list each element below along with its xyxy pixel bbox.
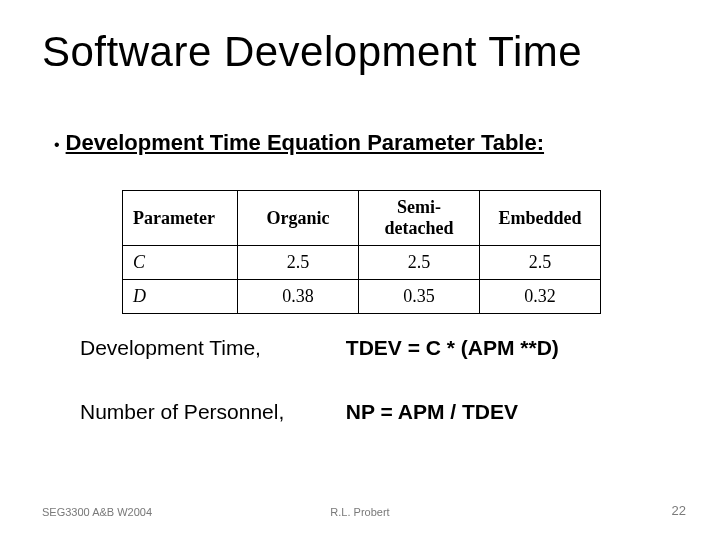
cell-c-embedded: 2.5: [479, 246, 600, 280]
bullet-line: •Development Time Equation Parameter Tab…: [54, 130, 544, 156]
footer-center: R.L. Probert: [0, 506, 720, 518]
bullet-dot: •: [54, 136, 60, 154]
slide-title: Software Development Time: [42, 28, 582, 76]
header-semidetached: Semi-detached: [358, 191, 479, 246]
table-row: D 0.38 0.35 0.32: [123, 280, 601, 314]
row-label-c: C: [123, 246, 238, 280]
bullet-text: Development Time Equation Parameter Tabl…: [66, 130, 544, 155]
equation-np: Number of Personnel, NP = APM / TDEV: [80, 400, 518, 424]
row-label-d: D: [123, 280, 238, 314]
table-row: C 2.5 2.5 2.5: [123, 246, 601, 280]
equation-tdev: Development Time, TDEV = C * (APM **D): [80, 336, 559, 360]
cell-d-organic: 0.38: [237, 280, 358, 314]
cell-c-semidetached: 2.5: [358, 246, 479, 280]
parameter-table: Parameter Organic Semi-detached Embedded…: [122, 190, 601, 314]
header-parameter: Parameter: [123, 191, 238, 246]
header-embedded: Embedded: [479, 191, 600, 246]
slide: Software Development Time •Development T…: [0, 0, 720, 540]
equation-rhs: NP = APM / TDEV: [346, 400, 518, 423]
equation-rhs: TDEV = C * (APM **D): [346, 336, 559, 359]
header-organic: Organic: [237, 191, 358, 246]
cell-c-organic: 2.5: [237, 246, 358, 280]
table-header-row: Parameter Organic Semi-detached Embedded: [123, 191, 601, 246]
footer-right: 22: [672, 503, 686, 518]
cell-d-semidetached: 0.35: [358, 280, 479, 314]
equation-lhs: Number of Personnel,: [80, 400, 340, 424]
cell-d-embedded: 0.32: [479, 280, 600, 314]
equation-lhs: Development Time,: [80, 336, 340, 360]
